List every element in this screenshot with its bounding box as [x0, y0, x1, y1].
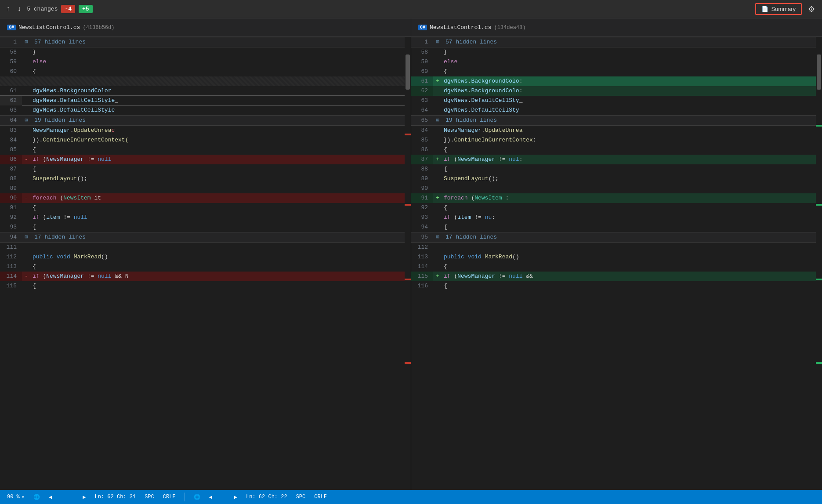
scroll-marker	[816, 362, 822, 364]
table-row: 114 {	[411, 262, 822, 272]
table-row: 59 else	[411, 57, 822, 67]
table-row[interactable]: 94 ⊞ 17 hidden lines	[0, 232, 411, 243]
scroll-marker	[405, 204, 411, 206]
table-row: 62 dgvNews.DefaultCellStyle_	[0, 96, 411, 105]
table-row: 85 }).ContinueInCurrentContex:	[411, 135, 822, 145]
table-row: 113 {	[0, 262, 411, 272]
table-row: 58 }	[0, 47, 411, 57]
table-row: 114 - if (NewsManager != null && N	[0, 272, 411, 281]
table-row: 116 {	[411, 281, 822, 291]
right-encoding[interactable]: SPC	[293, 490, 308, 504]
scroll-marker	[405, 279, 411, 280]
toolbar: ↑ ↓ 5 changes -4 +5 📄 Summary ⚙	[0, 0, 822, 18]
table-row: 83 NewsManager.UpdateUnreac	[0, 126, 411, 135]
table-row: 91 {	[0, 203, 411, 213]
left-encoding[interactable]: SPC	[142, 490, 157, 504]
scroll-marker	[405, 134, 411, 135]
expand-icon: ⊞	[436, 117, 439, 123]
expand-icon: ⊞	[25, 117, 28, 123]
encoding-selector[interactable]: 🌐	[31, 490, 43, 504]
summary-button[interactable]: 📄 Summary	[755, 3, 802, 15]
left-scrollbar[interactable]	[405, 37, 411, 490]
table-row: 90 - foreach (NewsItem it	[0, 193, 411, 203]
left-status-bar: 90 % ▾ 🌐 ◀ ▶ Ln: 62 Ch: 31 SPC CRLF 🌐 ◀ …	[4, 490, 818, 504]
expand-icon: ⊞	[25, 39, 28, 45]
scroll-marker	[816, 125, 822, 127]
right-file-name: NewsListControl.cs	[430, 24, 491, 31]
table-row: 89	[0, 184, 411, 193]
table-row: 88 SuspendLayout();	[0, 174, 411, 184]
table-row: 94 {	[411, 222, 822, 232]
table-row: 60 {	[0, 67, 411, 76]
left-file-name: NewsListControl.cs	[18, 24, 80, 31]
scroll-marker	[816, 204, 822, 206]
left-file-header: C# NewsListControl.cs (4136b56d)	[0, 18, 411, 36]
table-row: 86 - if (NewsManager != null	[0, 155, 411, 164]
diff-container: 1 ⊞ 57 hidden lines 58 } 59	[0, 37, 822, 490]
table-row: 112 public void MarkRead()	[0, 252, 411, 262]
right-encoding-icon[interactable]: 🌐	[191, 490, 203, 504]
right-diff-panel[interactable]: 1 ⊞ 57 hidden lines 58 } 59	[411, 37, 822, 490]
summary-icon: 📄	[761, 6, 768, 12]
table-row: 115 + if (NewsManager != null &&	[411, 272, 822, 281]
table-row: 92 {	[411, 203, 822, 213]
table-row: 89 SuspendLayout();	[411, 174, 822, 184]
table-row: 85 {	[0, 145, 411, 155]
table-row: 59 else	[0, 57, 411, 67]
table-row: 86 {	[411, 145, 822, 155]
right-file-header: C# NewsListControl.cs (134dea48)	[411, 18, 822, 36]
table-row: 64 dgvNews.DefaultCellSty	[411, 105, 822, 115]
table-row[interactable]: 64 ⊞ 19 hidden lines	[0, 115, 411, 126]
changes-count: 5 changes	[27, 6, 58, 12]
zoom-dropdown-icon: ▾	[22, 494, 25, 500]
table-row[interactable]: 1 ⊞ 57 hidden lines	[0, 37, 411, 47]
left-diff-panel[interactable]: 1 ⊞ 57 hidden lines 58 } 59	[0, 37, 411, 490]
scroll-marker	[405, 362, 411, 364]
table-row[interactable]: 1 ⊞ 57 hidden lines	[411, 37, 822, 47]
removed-count-badge: -4	[61, 5, 75, 13]
table-row: 111	[0, 243, 411, 252]
table-row: 58 }	[411, 47, 822, 57]
scroll-right-button[interactable]: ▶	[80, 490, 88, 504]
table-row: 112	[411, 243, 822, 252]
right-scroll-left[interactable]: ◀	[206, 490, 215, 504]
table-row: 84 }).ContinueInCurrentContext(	[0, 135, 411, 145]
table-row: 93 {	[0, 222, 411, 232]
left-line-ending[interactable]: CRLF	[160, 490, 178, 504]
table-row: 60 {	[411, 67, 822, 76]
table-row: 61 + dgvNews.BackgroundColo:	[411, 76, 822, 86]
table-row: 90	[411, 184, 822, 193]
file-headers: C# NewsListControl.cs (4136b56d) C# News…	[0, 18, 822, 37]
right-scrollbar[interactable]	[816, 37, 822, 490]
table-row: 62 dgvNews.BackgroundColo:	[411, 86, 822, 96]
scroll-left-button[interactable]: ◀	[46, 490, 54, 504]
settings-button[interactable]: ⚙	[805, 4, 818, 15]
zoom-control[interactable]: 90 % ▾	[4, 490, 27, 504]
table-row: 92 if (item != null	[0, 213, 411, 222]
table-row: 113 public void MarkRead()	[411, 252, 822, 262]
status-bar: 90 % ▾ 🌐 ◀ ▶ Ln: 62 Ch: 31 SPC CRLF 🌐 ◀ …	[0, 490, 822, 504]
expand-icon: ⊞	[436, 234, 439, 240]
table-row[interactable]: 65 ⊞ 19 hidden lines	[411, 115, 822, 126]
left-cs-icon: C#	[7, 25, 16, 30]
table-row: 93 if (item != nu:	[411, 213, 822, 222]
table-row: 91 + foreach (NewsItem :	[411, 193, 822, 203]
table-row: 84 NewsManager.UpdateUnrea	[411, 126, 822, 135]
encode-icon: 🌐	[33, 494, 40, 500]
table-row: 63 dgvNews.DefaultCellStyle	[0, 105, 411, 115]
right-file-hash: (134dea48)	[494, 25, 525, 31]
right-cs-icon: C#	[418, 25, 427, 30]
right-scroll-right[interactable]: ▶	[232, 490, 240, 504]
table-row[interactable]: 95 ⊞ 17 hidden lines	[411, 232, 822, 243]
down-arrow-button[interactable]: ↓	[16, 4, 24, 14]
up-arrow-button[interactable]: ↑	[4, 4, 12, 14]
expand-icon: ⊞	[25, 234, 28, 240]
right-position: Ln: 62 Ch: 22	[243, 490, 290, 504]
table-row: 87 + if (NewsManager != nul:	[411, 155, 822, 164]
status-divider	[185, 493, 185, 501]
table-row: 61 dgvNews.BackgroundColor	[0, 86, 411, 96]
table-row: 87 {	[0, 164, 411, 174]
scroll-marker	[816, 279, 822, 280]
right-line-ending[interactable]: CRLF	[311, 490, 330, 504]
left-file-hash: (4136b56d)	[83, 25, 114, 31]
